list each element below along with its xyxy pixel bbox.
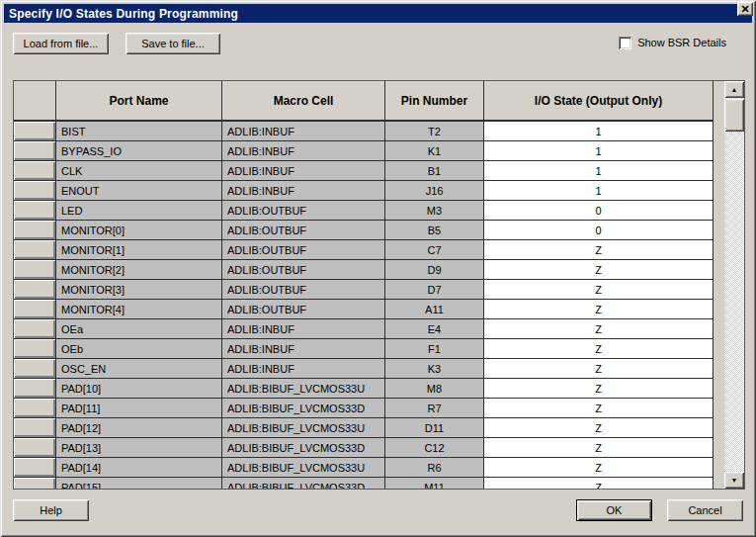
cell-port-name: MONITOR[1] (56, 240, 222, 260)
row-selector[interactable] (14, 379, 56, 399)
cell-pin-number: D11 (385, 418, 484, 438)
cell-io-state[interactable]: Z (484, 399, 714, 418)
table-row: PAD[13] ADLIB:BIBUF_LVCMOS33D C12 Z (14, 438, 714, 458)
row-selector[interactable] (14, 201, 56, 221)
load-from-file-button[interactable]: Load from file... (13, 33, 109, 54)
row-selector[interactable] (14, 161, 56, 181)
scrollbar-thumb[interactable] (724, 99, 744, 132)
row-selector[interactable] (14, 458, 56, 478)
table-row: MONITOR[3] ADLIB:OUTBUF D7 Z (14, 280, 714, 300)
table-row: OEa ADLIB:INBUF E4 Z (14, 319, 714, 339)
cell-macro-cell: ADLIB:BIBUF_LVCMOS33D (222, 478, 385, 489)
help-button[interactable]: Help (13, 499, 89, 521)
cell-pin-number: E4 (385, 319, 484, 339)
table-row: MONITOR[4] ADLIB:OUTBUF A11 Z (14, 300, 714, 319)
cell-io-state[interactable]: Z (484, 379, 714, 399)
table-row: BIST ADLIB:INBUF T2 1 (14, 122, 714, 141)
cell-io-state[interactable]: Z (484, 458, 714, 478)
cell-port-name: MONITOR[4] (56, 300, 222, 319)
cell-pin-number: B1 (385, 161, 484, 181)
table-row: LED ADLIB:OUTBUF M3 0 (14, 201, 714, 221)
cell-pin-number: K1 (385, 141, 484, 161)
cell-io-state[interactable]: Z (484, 339, 714, 359)
cell-macro-cell: ADLIB:INBUF (222, 181, 385, 201)
cell-pin-number: R6 (385, 458, 484, 478)
row-selector[interactable] (14, 240, 56, 260)
cell-port-name: PAD[15] (56, 478, 222, 489)
cell-macro-cell: ADLIB:BIBUF_LVCMOS33U (222, 458, 385, 478)
cell-pin-number: J16 (385, 181, 484, 201)
cell-pin-number: D9 (385, 260, 484, 280)
table-row: OSC_EN ADLIB:INBUF K3 Z (14, 359, 714, 379)
save-to-file-button[interactable]: Save to file... (126, 33, 220, 54)
cell-macro-cell: ADLIB:BIBUF_LVCMOS33D (222, 438, 385, 458)
table-header-row: Port Name Macro Cell Pin Number I/O Stat… (14, 81, 714, 122)
table-row: PAD[11] ADLIB:BIBUF_LVCMOS33D R7 Z (14, 399, 714, 418)
cell-macro-cell: ADLIB:OUTBUF (222, 201, 385, 221)
cell-io-state[interactable]: 1 (484, 161, 714, 181)
cell-io-state[interactable]: Z (484, 260, 714, 280)
header-io-state: I/O State (Output Only) (484, 81, 714, 122)
table-row: CLK ADLIB:INBUF B1 1 (14, 161, 714, 181)
cell-io-state[interactable]: 1 (484, 141, 714, 161)
cell-io-state[interactable]: Z (484, 240, 714, 260)
cell-pin-number: A11 (385, 300, 484, 319)
cell-macro-cell: ADLIB:OUTBUF (222, 300, 385, 319)
show-bsr-details-group: Show BSR Details (619, 36, 726, 49)
row-selector[interactable] (14, 300, 56, 319)
row-selector[interactable] (14, 438, 56, 458)
row-selector[interactable] (14, 141, 56, 161)
cell-io-state[interactable]: Z (484, 300, 714, 319)
io-states-dialog: Specify I/O States During Programming ✕ … (0, 0, 756, 537)
row-selector[interactable] (14, 339, 56, 359)
cell-io-state[interactable]: 0 (484, 201, 714, 221)
table-row: PAD[15] ADLIB:BIBUF_LVCMOS33D M11 Z (14, 478, 714, 489)
header-row-selector (14, 81, 56, 122)
cell-io-state[interactable]: 1 (484, 181, 714, 201)
cell-pin-number: F1 (385, 339, 484, 359)
row-selector[interactable] (14, 181, 56, 201)
cell-io-state[interactable]: Z (484, 478, 714, 489)
cell-pin-number: M3 (385, 201, 484, 221)
row-selector[interactable] (14, 260, 56, 280)
row-selector[interactable] (14, 319, 56, 339)
cell-io-state[interactable]: 0 (484, 221, 714, 240)
cell-io-state[interactable]: Z (484, 438, 714, 458)
cell-port-name: PAD[12] (56, 418, 222, 438)
cell-pin-number: B5 (385, 221, 484, 240)
cell-port-name: PAD[11] (56, 399, 222, 418)
cell-pin-number: M8 (385, 379, 484, 399)
close-icon[interactable]: ✕ (737, 2, 753, 16)
cell-io-state[interactable]: Z (484, 359, 714, 379)
row-selector[interactable] (14, 478, 56, 489)
cell-io-state[interactable]: Z (484, 319, 714, 339)
cell-port-name: ENOUT (56, 181, 222, 201)
scroll-down-icon[interactable]: ▼ (724, 472, 744, 489)
cell-io-state[interactable]: 1 (484, 122, 714, 141)
cell-port-name: CLK (56, 161, 222, 181)
row-selector[interactable] (14, 221, 56, 240)
cancel-button[interactable]: Cancel (667, 499, 743, 521)
table-row: MONITOR[1] ADLIB:OUTBUF C7 Z (14, 240, 714, 260)
cell-io-state[interactable]: Z (484, 418, 714, 438)
row-selector[interactable] (14, 399, 56, 418)
vertical-scrollbar[interactable]: ▲ ▼ (724, 81, 744, 489)
cell-port-name: PAD[14] (56, 458, 222, 478)
row-selector[interactable] (14, 359, 56, 379)
cell-macro-cell: ADLIB:INBUF (222, 141, 385, 161)
scroll-up-icon[interactable]: ▲ (724, 81, 744, 98)
ok-button[interactable]: OK (576, 499, 652, 521)
table-row: PAD[14] ADLIB:BIBUF_LVCMOS33U R6 Z (14, 458, 714, 478)
table-row: PAD[12] ADLIB:BIBUF_LVCMOS33U D11 Z (14, 418, 714, 438)
row-selector[interactable] (14, 122, 56, 141)
cell-pin-number: C12 (385, 438, 484, 458)
title-bar: Specify I/O States During Programming (4, 4, 752, 23)
show-bsr-details-label: Show BSR Details (637, 37, 726, 48)
cell-io-state[interactable]: Z (484, 280, 714, 300)
cell-pin-number: K3 (385, 359, 484, 379)
cell-port-name: MONITOR[2] (56, 260, 222, 280)
show-bsr-details-checkbox[interactable] (619, 37, 631, 49)
row-selector[interactable] (14, 418, 56, 438)
row-selector[interactable] (14, 280, 56, 300)
cell-port-name: PAD[13] (56, 438, 222, 458)
